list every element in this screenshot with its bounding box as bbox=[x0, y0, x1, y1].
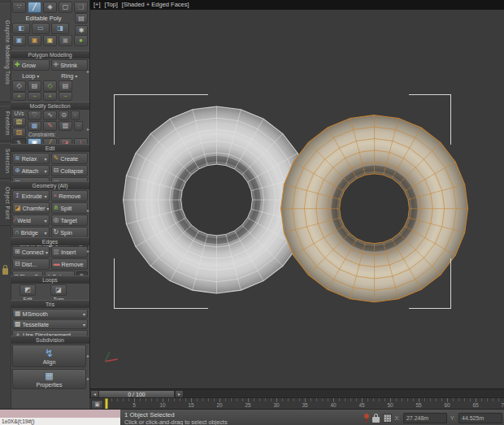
next-modifier-button[interactable]: ◨ bbox=[51, 23, 69, 34]
tab-graphite-modeling-tools[interactable]: Graphite Modeling Tools bbox=[0, 3, 11, 102]
bubble-icon: ▫ bbox=[74, 112, 76, 119]
border-subobject-button[interactable]: ◈ bbox=[43, 2, 57, 13]
panel-title-subdivision[interactable]: Subdivision bbox=[11, 336, 89, 344]
properties-button[interactable]: ▦ Properties bbox=[12, 369, 86, 389]
time-marker[interactable] bbox=[105, 398, 108, 410]
ring-mode-button[interactable]: ◇ bbox=[43, 80, 57, 92]
ring-dropdown[interactable]: Ring▾ bbox=[51, 72, 89, 80]
collapse-button[interactable]: ⊟Collapse bbox=[51, 165, 89, 176]
vertex-subobject-button[interactable]: ∵ bbox=[12, 2, 26, 13]
element-subobject-button[interactable]: ❑ bbox=[74, 2, 88, 13]
tessellate-button[interactable]: ▩Tessellate▾ bbox=[12, 319, 88, 329]
panel-subdivision: ▦MSmooth▾ ▩Tessellate▾ ▲Use Displacement bbox=[11, 307, 89, 336]
result-icon: ▭ bbox=[37, 25, 44, 32]
connect-button[interactable]: ⊞Connect▾ bbox=[12, 246, 50, 258]
shrink-button[interactable]: ✚Shrink bbox=[51, 59, 89, 71]
ruler-tick bbox=[271, 398, 272, 401]
chevron-down-icon: ▾ bbox=[75, 73, 77, 79]
insert-loop-button[interactable]: ▥Insert bbox=[51, 246, 89, 258]
poly-tool-1-button[interactable]: ▣ bbox=[12, 35, 26, 46]
msmooth-button[interactable]: ▦MSmooth▾ bbox=[12, 309, 88, 319]
viewport-menu-pov[interactable]: [Top] bbox=[105, 1, 118, 8]
remove-loop-button[interactable]: ▬Remove bbox=[51, 258, 89, 270]
ruler-tick bbox=[373, 398, 374, 401]
tab-object-paint[interactable]: Object Paint bbox=[0, 180, 11, 226]
ruler-tick bbox=[464, 398, 465, 401]
ruler-tick bbox=[328, 398, 328, 401]
ruler-tick-label: 30 bbox=[270, 402, 283, 408]
track-bar[interactable]: ▣ 510152025303540455055606570 bbox=[89, 397, 504, 410]
ruler-tick bbox=[157, 398, 158, 401]
previous-modifier-button[interactable]: ◧ bbox=[12, 23, 30, 34]
bridge-button[interactable]: ∩Bridge▾ bbox=[12, 227, 50, 238]
viewport-menu-shading[interactable]: [Shaded + Edged Faces] bbox=[122, 1, 189, 8]
poly-tool-2-button[interactable]: ▣ bbox=[28, 35, 41, 46]
tab-freeform[interactable]: Freeform bbox=[0, 106, 11, 141]
show-end-result-button[interactable]: ▭ bbox=[32, 23, 50, 34]
tab-selection[interactable]: Selection bbox=[0, 143, 11, 179]
spin-button[interactable]: ↻Spin bbox=[51, 227, 89, 238]
viewport-top[interactable]: [+] [Top] [Shaded + Edged Faces] bbox=[89, 0, 504, 388]
poly-tool-5-button[interactable]: ● bbox=[74, 35, 88, 46]
remove-button[interactable]: ×Remove bbox=[51, 190, 89, 202]
extrude-button[interactable]: ↥Extrude▾ bbox=[12, 190, 50, 202]
poly-tool-4-button[interactable]: ▣ bbox=[59, 35, 72, 46]
viewport-menu-general[interactable]: [+] bbox=[93, 1, 101, 8]
torus-right[interactable] bbox=[281, 115, 468, 302]
dist-connect-label: Dist... bbox=[22, 261, 37, 268]
msmooth-icon: ▦ bbox=[15, 310, 21, 317]
align-button[interactable]: ↯ Align bbox=[12, 345, 86, 367]
loop-mode-button[interactable]: ◇ bbox=[12, 80, 26, 92]
coord-y-field[interactable]: 44.525m bbox=[458, 413, 502, 423]
create-button[interactable]: ✎Create bbox=[51, 153, 89, 164]
coord-x-field[interactable]: 27.248m bbox=[403, 413, 447, 423]
polygon-subobject-button[interactable]: ▢ bbox=[59, 2, 72, 13]
viewport-canvas[interactable] bbox=[90, 10, 504, 388]
star-toggle-button[interactable]: ✱ bbox=[75, 25, 88, 36]
falloff-button[interactable]: ∿ bbox=[43, 111, 57, 120]
grow-button[interactable]: ✚Grow bbox=[12, 59, 50, 71]
tweak-uvs-button[interactable]: ▨ bbox=[12, 128, 26, 137]
weld-button[interactable]: ∕Weld▾ bbox=[12, 215, 50, 226]
cage-options-button[interactable]: ▫ bbox=[74, 121, 83, 131]
pin-icon[interactable] bbox=[364, 414, 369, 423]
preserve-uvs-button[interactable]: ▧ bbox=[12, 117, 26, 127]
ruler-tick-label: 65 bbox=[469, 402, 482, 408]
selection-lock-icon[interactable] bbox=[372, 414, 380, 423]
pinch-button[interactable]: ⊙ bbox=[59, 111, 69, 120]
lock-icon[interactable] bbox=[2, 268, 8, 275]
weld-label: Weld bbox=[17, 217, 31, 224]
nurms-button[interactable]: ▦ bbox=[28, 121, 41, 131]
show-cage-button[interactable]: ▥ bbox=[59, 121, 72, 131]
pin-stack-button[interactable]: ▤ bbox=[75, 13, 88, 24]
loop-minus-button[interactable]: − bbox=[28, 92, 41, 101]
edit-triangulation-button[interactable]: ◩ bbox=[20, 284, 36, 296]
msmooth-row: ▦MSmooth▾ bbox=[12, 309, 88, 319]
dist-connect-button[interactable]: ⊟Dist... bbox=[12, 258, 50, 270]
edge-subobject-button[interactable]: ╱ bbox=[28, 2, 41, 13]
ring-grow-button[interactable]: ▤ bbox=[59, 80, 72, 92]
poly-tool-3-button[interactable]: ▣ bbox=[43, 35, 57, 46]
cube-gray-icon: ▣ bbox=[63, 37, 69, 44]
edit-tools-row: ▦ ✎ ▥ ▫ bbox=[28, 121, 88, 131]
bubble-button[interactable]: ▫ bbox=[71, 111, 80, 120]
ring-plus-button[interactable]: + bbox=[43, 92, 57, 101]
loop-dropdown[interactable]: Loop▾ bbox=[12, 72, 50, 80]
split-button[interactable]: ⋔Split bbox=[51, 202, 89, 214]
tweak-button[interactable]: ✎ bbox=[43, 121, 57, 131]
loop-plus-button[interactable]: + bbox=[12, 92, 26, 101]
soft-selection-button[interactable]: ♡ bbox=[28, 111, 41, 120]
relax-button[interactable]: ≋Relax▾ bbox=[12, 153, 50, 164]
ring-minus-button[interactable]: − bbox=[59, 92, 72, 101]
track-bar-ruler[interactable]: 510152025303540455055606570 bbox=[104, 398, 504, 410]
relax-icon: ≋ bbox=[15, 155, 20, 162]
turn-button[interactable]: ◪ bbox=[50, 284, 67, 296]
target-weld-button[interactable]: ◎Target bbox=[51, 215, 89, 226]
subobject-row: ∵ ╱ ◈ ▢ ❑ bbox=[12, 2, 88, 13]
chamfer-button[interactable]: ◪Chamfer▾ bbox=[12, 202, 50, 214]
listener-field[interactable]: 1±0X&(t;19#() bbox=[0, 418, 120, 425]
maxscript-mini-listener[interactable]: 1±0X&(t;19#() bbox=[0, 410, 120, 425]
loop-grow-button[interactable]: ▤ bbox=[28, 80, 41, 92]
attach-button[interactable]: ⊕Attach▾ bbox=[12, 165, 50, 176]
grid-snap-icon[interactable] bbox=[383, 414, 392, 423]
